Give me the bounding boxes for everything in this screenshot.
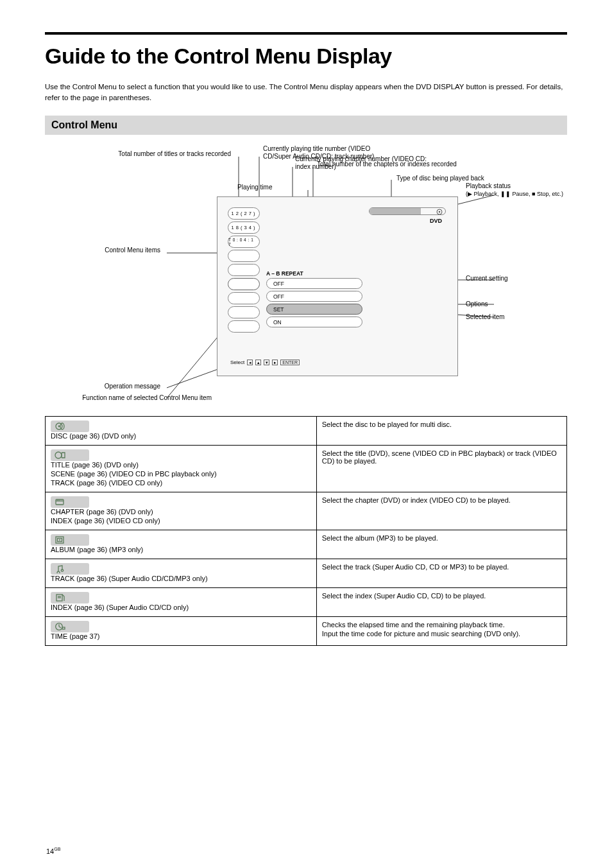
diagram: Total number of titles or tracks recorde… — [45, 144, 567, 401]
device-screen: DVD 1 2 ( 2 7 ) 1 8 ( 3 4 ) T 0 : 0 4 : … — [217, 196, 458, 376]
menu-item[interactable]: T 0 : 0 4 : 1 7 — [228, 236, 260, 248]
options-panel: OFF OFF SET ON — [266, 278, 362, 329]
func-right-line: Select the index (Super Audio CD, CD) to… — [322, 592, 561, 600]
menu-item[interactable]: 1 8 ( 3 4 ) — [228, 221, 260, 234]
func-right-cell: Select the track (Super Audio CD, CD or … — [316, 559, 566, 588]
disc-icon — [51, 421, 89, 432]
menu-item[interactable] — [228, 250, 260, 262]
func-left-text: CHAPTER (page 36) (DVD only)INDEX (page … — [51, 508, 311, 525]
title-icon — [51, 449, 89, 461]
func-right-line: Input the time code for picture and musi… — [322, 630, 561, 638]
func-left-text: INDEX (page 36) (Super Audio CD/CD only) — [51, 603, 311, 611]
func-left-line: CHAPTER (page 36) (DVD only) — [51, 508, 311, 516]
func-right-line: Select the disc to be played for multi d… — [322, 421, 561, 428]
menu-item-num: 1 2 ( 2 7 ) — [231, 211, 255, 216]
label-playback-status: Playback status (▶ Playback, ❚❚ Pause, ■… — [466, 182, 568, 198]
track-icon — [51, 563, 89, 575]
func-left-line: DISC (page 36) (DVD only) — [51, 432, 311, 440]
table-row: TRACK (page 36) (Super Audio CD/CD/MP3 o… — [46, 559, 567, 588]
func-right-cell: Select the album (MP3) to be played. — [316, 530, 566, 559]
menu-item[interactable] — [228, 264, 260, 276]
page-root: Guide to the Control Menu Display Use th… — [0, 0, 612, 868]
enter-key-icon: ENTER — [280, 360, 300, 365]
svg-line-32 — [59, 627, 61, 628]
func-right-cell: Select the title (DVD), scene (VIDEO CD … — [316, 446, 566, 492]
menu-item[interactable] — [228, 306, 260, 318]
func-right-cell: Checks the elapsed time and the remainin… — [316, 617, 566, 646]
label-operation-message: Operation message — [45, 383, 160, 390]
svg-point-16 — [58, 426, 60, 428]
table-row: ALBUM (page 36) (MP3 only)Select the alb… — [46, 530, 567, 559]
option-label: OFF — [273, 281, 284, 287]
svg-rect-33 — [62, 627, 65, 629]
svg-point-25 — [59, 539, 60, 541]
option-row[interactable]: ON — [266, 317, 362, 327]
menu-item[interactable] — [228, 292, 260, 304]
table-row: INDEX (page 36) (Super Audio CD/CD only)… — [46, 588, 567, 617]
guide-text-select: Select — [230, 360, 244, 365]
option-row[interactable]: OFF — [266, 278, 362, 289]
svg-point-26 — [61, 569, 63, 571]
func-left-line: TIME (page 37) — [51, 632, 311, 640]
chapter-icon — [51, 496, 89, 508]
func-right-line: Select the album (MP3) to be played. — [322, 534, 561, 542]
option-row-selected[interactable]: SET — [266, 304, 362, 315]
func-right-line: Select the chapter (DVD) or index (VIDEO… — [322, 496, 561, 504]
play-icon: ▶ — [468, 191, 472, 197]
menu-item[interactable]: 1 2 ( 2 7 ) — [228, 207, 260, 220]
section-heading: Control Menu — [45, 116, 567, 135]
func-left-line: ALBUM (page 36) (MP3 only) — [51, 546, 311, 553]
svg-point-22 — [58, 500, 59, 501]
label-total-titles: Total number of titles or tracks recorde… — [45, 150, 231, 158]
menu-item-selected[interactable] — [228, 278, 260, 290]
label-options: Options — [466, 300, 556, 308]
func-right-line: Select the track (Super Audio CD, CD or … — [322, 563, 561, 571]
label-playing-time: Playing time — [237, 184, 304, 191]
selected-function-label: A – B REPEAT — [266, 270, 303, 277]
page-number: 14GB — [46, 847, 60, 855]
func-left-line: INDEX (page 36) (VIDEO CD only) — [51, 517, 311, 525]
option-row[interactable]: OFF — [266, 291, 362, 302]
func-right-line: Select the title (DVD), scene (VIDEO CD … — [322, 449, 561, 465]
status-pill — [369, 207, 446, 215]
page-number-suffix: GB — [54, 847, 60, 851]
label-function-name: Function name of selected Control Menu i… — [45, 394, 212, 402]
stop-icon: ■ — [532, 191, 535, 197]
page-title: Guide to the Control Menu Display — [45, 44, 567, 69]
func-right-line: Checks the elapsed time and the remainin… — [322, 621, 561, 629]
func-left-cell: TITLE (page 36) (DVD only)SCENE (page 36… — [46, 446, 317, 492]
func-left-line: SCENE (page 36) (VIDEO CD in PBC playbac… — [51, 470, 311, 478]
func-left-text: ALBUM (page 36) (MP3 only) — [51, 546, 311, 553]
arrow-left-icon: ◂ — [247, 360, 253, 365]
func-left-cell: TRACK (page 36) (Super Audio CD/CD/MP3 o… — [46, 559, 317, 588]
label-control-menu-items: Control Menu items — [45, 247, 160, 254]
func-left-line: TRACK (page 36) (Super Audio CD/CD/MP3 o… — [51, 575, 311, 582]
svg-rect-19 — [56, 499, 64, 505]
func-left-line: INDEX (page 36) (Super Audio CD/CD only) — [51, 603, 311, 611]
album-icon — [51, 534, 89, 546]
menu-item-num: T 0 : 0 4 : 1 7 — [228, 238, 255, 247]
arrow-right-icon: ▸ — [272, 360, 278, 365]
svg-point-18 — [55, 452, 62, 458]
label-playback-status-intro: Playback status — [466, 182, 511, 189]
arrow-up-icon: ▴ — [255, 360, 261, 365]
functions-table: DISC (page 36) (DVD only)Select the disc… — [45, 416, 567, 646]
func-left-cell: INDEX (page 36) (Super Audio CD/CD only) — [46, 588, 317, 617]
option-label: ON — [273, 319, 282, 326]
option-label: OFF — [273, 293, 284, 300]
label-current-setting: Current setting — [466, 275, 556, 282]
func-left-cell: CHAPTER (page 36) (DVD only)INDEX (page … — [46, 492, 317, 530]
index2-icon — [51, 592, 89, 603]
func-right-cell: Select the index (Super Audio CD, CD) to… — [316, 588, 566, 617]
time-icon — [51, 621, 89, 632]
menu-item[interactable] — [228, 320, 260, 333]
func-right-cell: Select the chapter (DVD) or index (VIDEO… — [316, 492, 566, 530]
table-row: TITLE (page 36) (DVD only)SCENE (page 36… — [46, 446, 567, 492]
func-right-cell: Select the disc to be played for multi d… — [316, 417, 566, 446]
menu-item-num: 1 8 ( 3 4 ) — [231, 225, 255, 230]
svg-point-21 — [57, 500, 58, 501]
label-total-chapters: Total number of the chapters or indexes … — [317, 161, 464, 168]
func-left-cell: ALBUM (page 36) (MP3 only) — [46, 530, 317, 559]
page-number-value: 14 — [46, 847, 54, 855]
label-disc-type: Type of disc being played back — [396, 175, 525, 182]
